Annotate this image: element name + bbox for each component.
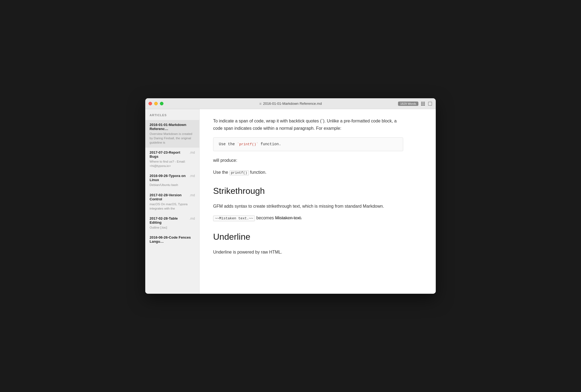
panel-icon — [428, 102, 432, 106]
code-block-plain: Use the — [219, 142, 237, 146]
strikethrough-example-line: ~~Mistaken text.~~ becomes Mistaken text… — [213, 214, 403, 222]
code-block-suffix: function. — [258, 142, 281, 146]
article-title-main-3: 2017-02-28-Version Control — [150, 193, 190, 201]
article-title-main-2: 2016-09-26-Typora on Linux — [150, 174, 190, 182]
article-title-main-5: 2016-06-26-Code Fences Langu… — [150, 235, 195, 244]
article-item-5[interactable]: 2016-06-26-Code Fences Langu… — [145, 233, 199, 247]
titlebar-title: ≡ 2016-01-01-Markdown Reference.md — [259, 102, 322, 106]
article-preview-0: Overview Markdown is created by Daring F… — [150, 132, 195, 145]
underline-description: Underline is powered by raw HTML. — [213, 248, 403, 256]
article-title-0: 2016-01-01-Markdown Referenc… — [150, 123, 195, 131]
minimize-button[interactable] — [154, 102, 158, 105]
intro-paragraph: To indicate a span of code, wrap it with… — [213, 117, 403, 132]
main-content: ARTICLES 2016-01-01-Markdown Referenc…Ov… — [145, 109, 436, 294]
article-title-main-4: 2017-02-28-Table Editing — [150, 216, 190, 225]
panel-button[interactable] — [428, 101, 432, 106]
code-block-backtick-open: ` — [237, 142, 239, 146]
close-button[interactable] — [149, 102, 152, 105]
word-count-badge: 1829 Words — [398, 102, 418, 106]
article-preview-4: Outline [:toc] — [150, 225, 195, 230]
article-item-2[interactable]: 2016-09-26-Typora on Linux.mdDebian/Ubun… — [145, 171, 199, 190]
article-title-ext-1: .md — [190, 151, 195, 154]
strikethrough-rendered: Mistaken text. — [275, 216, 302, 220]
article-title-ext-2: .md — [190, 174, 195, 178]
will-produce: will produce: — [213, 157, 403, 164]
window-title: 2016-01-01-Markdown Reference.md — [263, 102, 322, 106]
file-icon: ≡ — [259, 102, 261, 106]
sidebar-header: ARTICLES — [145, 109, 199, 120]
article-preview-3: macOS On macOS, Typora integrates with t… — [150, 202, 195, 211]
traffic-lights — [149, 102, 163, 105]
grid-icon — [421, 102, 425, 106]
article-title-5: 2016-06-26-Code Fences Langu… — [150, 235, 195, 244]
content-area[interactable]: To indicate a span of code, wrap it with… — [200, 109, 436, 294]
app-window: ≡ 2016-01-01-Markdown Reference.md 1829 … — [145, 98, 436, 294]
heading-strikethrough: Strikethrough — [213, 184, 403, 198]
inline-code: printf() — [229, 170, 249, 175]
titlebar-right: 1829 Words — [398, 101, 432, 106]
article-title-1: 2017-07-23-Report Bugs.md — [150, 150, 195, 159]
code-block-example: Use the `printf()` function. — [213, 137, 403, 151]
inline-prefix: Use the — [213, 170, 229, 175]
grid-view-button[interactable] — [421, 101, 425, 106]
article-title-4: 2017-02-28-Table Editing.md — [150, 216, 195, 225]
strikethrough-description: GFM adds syntax to create strikethrough … — [213, 203, 403, 210]
content-text: To indicate a span of code, wrap it with… — [213, 117, 403, 256]
maximize-button[interactable] — [160, 102, 163, 105]
article-title-2: 2016-09-26-Typora on Linux.md — [150, 174, 195, 182]
article-item-1[interactable]: 2017-07-23-Report Bugs.mdWhere to find u… — [145, 148, 199, 171]
inline-suffix: function. — [249, 170, 267, 175]
code-block-function: printf() — [239, 142, 256, 146]
article-title-main-1: 2017-07-23-Report Bugs — [150, 150, 190, 159]
article-title-main-0: 2016-01-01-Markdown Referenc… — [150, 123, 195, 131]
sidebar: ARTICLES 2016-01-01-Markdown Referenc…Ov… — [145, 109, 200, 294]
article-item-4[interactable]: 2017-02-28-Table Editing.mdOutline [:toc… — [145, 214, 199, 233]
article-preview-1: Where to find us? - Email: <hi@typora.io… — [150, 159, 195, 168]
strikethrough-code: ~~Mistaken text.~~ — [213, 216, 255, 221]
article-title-ext-4: .md — [190, 217, 195, 220]
titlebar: ≡ 2016-01-01-Markdown Reference.md 1829 … — [145, 98, 436, 109]
article-list: 2016-01-01-Markdown Referenc…Overview Ma… — [145, 120, 199, 247]
article-title-3: 2017-02-28-Version Control.md — [150, 193, 195, 201]
heading-underline: Underline — [213, 229, 403, 244]
article-title-ext-3: .md — [190, 193, 195, 197]
article-preview-2: Debian/Ubuntu bash — [150, 183, 195, 187]
article-item-3[interactable]: 2017-02-28-Version Control.mdmacOS On ma… — [145, 190, 199, 214]
inline-example: Use the printf() function. — [213, 169, 403, 176]
becomes-label: becomes — [256, 216, 274, 220]
article-item-0[interactable]: 2016-01-01-Markdown Referenc…Overview Ma… — [145, 120, 199, 148]
